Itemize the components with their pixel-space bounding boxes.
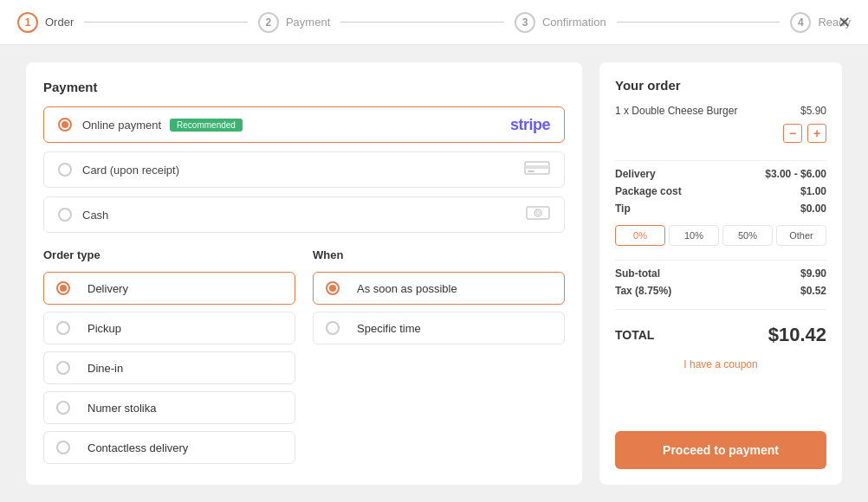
main-content: Payment Online payment Recommended strip… xyxy=(0,45,868,502)
order-option-numer-stolika[interactable]: Numer stolika xyxy=(43,391,295,424)
order-type-title: Order type xyxy=(43,248,295,261)
cash-icon xyxy=(526,205,550,225)
contactless-label: Contactless delivery xyxy=(87,441,188,454)
radio-online-inner xyxy=(62,121,68,128)
when-title: When xyxy=(313,248,565,261)
order-option-delivery[interactable]: Delivery xyxy=(43,272,295,305)
step-confirmation: 3 Confirmation xyxy=(515,12,606,33)
tip-buttons: 0% 10% 50% Other xyxy=(615,225,826,246)
subtotal-row: Sub-total $9.90 xyxy=(615,267,826,280)
stripe-logo: stripe xyxy=(510,116,550,134)
divider-2 xyxy=(615,260,826,261)
step-3-circle: 3 xyxy=(515,12,535,33)
subtotal-label: Sub-total xyxy=(615,267,660,280)
step-order: 1 Order xyxy=(17,12,74,33)
your-order-title: Your order xyxy=(615,78,826,93)
order-option-contactless[interactable]: Contactless delivery xyxy=(43,431,295,464)
step-line-1 xyxy=(84,22,248,23)
cash-label: Cash xyxy=(82,209,108,222)
order-item-price: $5.90 xyxy=(800,105,826,117)
when-option-asap[interactable]: As soon as possible xyxy=(313,272,565,305)
tip-btn-10[interactable]: 10% xyxy=(669,225,719,246)
online-payment-label: Online payment xyxy=(82,119,161,132)
order-option-dine-in[interactable]: Dine-in xyxy=(43,351,295,384)
recommended-badge: Recommended xyxy=(170,119,243,132)
delivery-label: Delivery xyxy=(87,282,128,295)
two-col: Order type Delivery Pickup Dine-in xyxy=(43,248,565,471)
subtotal-value: $9.90 xyxy=(800,267,826,280)
step-2-circle: 2 xyxy=(258,12,279,33)
left-panel: Payment Online payment Recommended strip… xyxy=(26,62,582,485)
right-panel: Your order 1 x Double Cheese Burger $5.9… xyxy=(599,62,842,485)
payment-title: Payment xyxy=(43,80,565,94)
tax-value: $0.52 xyxy=(800,285,826,297)
delivery-row: Delivery $3.00 - $6.00 xyxy=(615,168,826,180)
step-1-label: Order xyxy=(45,16,74,29)
package-row: Package cost $1.00 xyxy=(615,185,826,197)
payment-option-card[interactable]: Card (upon receipt) xyxy=(43,151,565,188)
decrease-qty-button[interactable]: − xyxy=(783,124,802,143)
tip-value: $0.00 xyxy=(800,203,826,215)
card-payment-label: Card (upon receipt) xyxy=(82,164,179,177)
numer-stolika-label: Numer stolika xyxy=(87,402,156,415)
order-item-row: 1 x Double Cheese Burger $5.90 xyxy=(615,105,826,117)
svg-rect-1 xyxy=(525,165,549,169)
step-2-label: Payment xyxy=(286,16,330,29)
tip-btn-other[interactable]: Other xyxy=(776,225,826,246)
radio-pickup xyxy=(56,321,70,335)
tip-row: Tip $0.00 xyxy=(615,203,826,215)
delivery-value: $3.00 - $6.00 xyxy=(765,168,826,180)
when-option-specific[interactable]: Specific time xyxy=(313,312,565,344)
svg-rect-3 xyxy=(527,207,549,219)
close-icon: ✕ xyxy=(838,14,851,31)
radio-card xyxy=(58,163,72,177)
card-icon xyxy=(524,159,550,181)
top-bar: 1 Order 2 Payment 3 Confirmation 4 Ready xyxy=(0,0,868,45)
pickup-label: Pickup xyxy=(87,322,121,335)
qty-controls: − + xyxy=(783,124,826,143)
specific-time-label: Specific time xyxy=(357,322,421,335)
step-3-label: Confirmation xyxy=(542,16,606,29)
tax-row: Tax (8.75%) $0.52 xyxy=(615,285,826,297)
proceed-to-payment-button[interactable]: Proceed to payment xyxy=(615,431,826,469)
step-1-circle: 1 xyxy=(17,12,38,33)
order-option-pickup[interactable]: Pickup xyxy=(43,312,295,344)
payment-option-cash[interactable]: Cash xyxy=(43,196,565,233)
increase-qty-button[interactable]: + xyxy=(807,124,826,143)
step-payment: 2 Payment xyxy=(258,12,330,33)
svg-rect-2 xyxy=(528,171,534,172)
radio-numer-stolika xyxy=(56,401,70,415)
radio-dine-in xyxy=(56,361,70,375)
radio-cash xyxy=(58,208,72,222)
radio-delivery xyxy=(56,281,70,295)
delivery-label-summary: Delivery xyxy=(615,168,656,180)
divider-3 xyxy=(615,309,826,310)
stepper: 1 Order 2 Payment 3 Confirmation 4 Ready xyxy=(17,12,851,33)
order-type-col: Order type Delivery Pickup Dine-in xyxy=(43,248,295,471)
tip-label: Tip xyxy=(615,203,631,215)
divider-1 xyxy=(615,160,826,161)
asap-label: As soon as possible xyxy=(357,282,457,295)
close-button[interactable]: ✕ xyxy=(838,13,851,32)
radio-online xyxy=(58,118,72,132)
step-line-2 xyxy=(340,22,504,23)
total-row: TOTAL $10.42 xyxy=(615,324,826,346)
radio-specific-time xyxy=(326,321,340,335)
step-4-circle: 4 xyxy=(790,12,811,33)
order-item-name: 1 x Double Cheese Burger xyxy=(615,105,737,117)
coupon-link[interactable]: I have a coupon xyxy=(615,358,826,370)
package-label: Package cost xyxy=(615,185,682,197)
package-value: $1.00 xyxy=(800,185,826,197)
total-label: TOTAL xyxy=(615,328,654,342)
tax-label: Tax (8.75%) xyxy=(615,285,671,297)
radio-asap xyxy=(326,281,340,295)
qty-area: − + xyxy=(615,124,826,153)
total-value: $10.42 xyxy=(768,324,826,346)
dine-in-label: Dine-in xyxy=(87,362,123,375)
when-col: When As soon as possible Specific time xyxy=(313,248,565,471)
tip-btn-50[interactable]: 50% xyxy=(722,225,773,246)
radio-contactless xyxy=(56,441,70,454)
payment-option-online[interactable]: Online payment Recommended stripe xyxy=(43,106,565,143)
tip-btn-0[interactable]: 0% xyxy=(615,225,665,246)
step-line-3 xyxy=(617,22,781,23)
